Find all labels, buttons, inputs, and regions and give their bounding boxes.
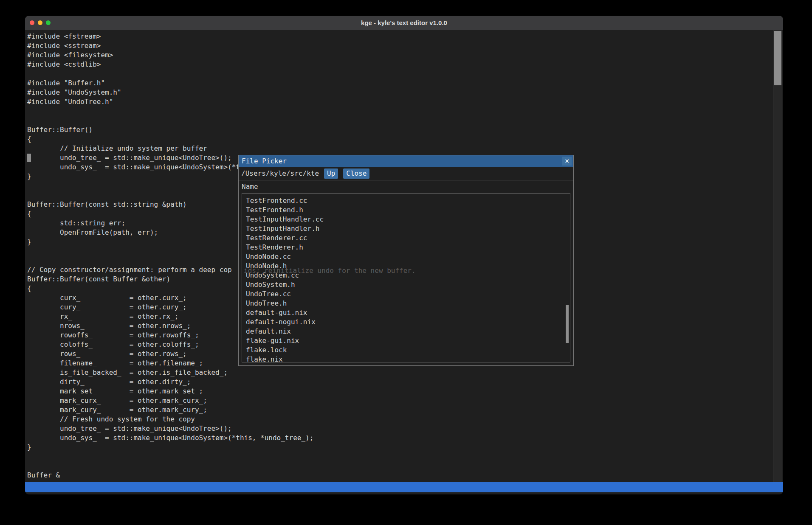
- desktop: kge - kyle's text editor v1.0.0 #include…: [0, 0, 812, 525]
- up-button[interactable]: Up: [324, 168, 338, 179]
- code-line: #include <fstream>: [27, 32, 770, 41]
- code-line: Buffer::Buffer(): [27, 125, 770, 135]
- zoom-window-button[interactable]: [46, 20, 51, 25]
- status-version-file: kge v1.0.0 [1/1] Buffer.cc 486L: [29, 492, 160, 494]
- file-row[interactable]: flake.nix: [246, 355, 570, 362]
- current-path: /Users/kyle/src/kte: [241, 169, 319, 177]
- file-row[interactable]: UndoSystem.h: [246, 280, 570, 289]
- close-button[interactable]: Close: [343, 168, 369, 179]
- minimize-window-button[interactable]: [38, 20, 42, 25]
- code-line: dirty_ = other.dirty_;: [27, 377, 770, 387]
- code-line: is_file_backed_ = other.is_file_backed_;: [27, 368, 770, 377]
- code-line: [27, 452, 770, 461]
- dialog-path-row: /Users/kyle/src/kte Up Close: [239, 167, 573, 180]
- window-title: kge - kyle's text editor v1.0.0: [25, 16, 783, 30]
- file-picker-dialog: File Picker × /Users/kyle/src/kte Up Clo…: [238, 155, 574, 366]
- code-line: [27, 461, 770, 471]
- close-window-button[interactable]: [30, 20, 34, 25]
- code-line: [27, 116, 770, 125]
- text-cursor: [27, 154, 31, 162]
- dialog-separator: [239, 180, 573, 180]
- file-row[interactable]: default-nogui.nix: [246, 317, 570, 327]
- dialog-close-icon[interactable]: ×: [562, 157, 572, 166]
- file-row[interactable]: TestFrontend.cc: [246, 196, 570, 205]
- code-line: Buffer &: [27, 471, 770, 480]
- editor-scrollbar[interactable]: [773, 30, 782, 482]
- code-line: mark_cury_ = other.mark_cury_;: [27, 405, 770, 415]
- file-list: TestFrontend.ccTestFrontend.hTestInputHa…: [242, 193, 570, 362]
- file-row[interactable]: TestInputHandler.h: [246, 224, 570, 233]
- file-row[interactable]: UndoSystem.cc: [246, 271, 570, 280]
- file-row[interactable]: TestRenderer.h: [246, 243, 570, 252]
- code-line: #include "UndoSystem.h": [27, 88, 770, 97]
- code-line: #include <filesystem>: [27, 51, 770, 60]
- code-line: mark_curx_ = other.mark_curx_;: [27, 396, 770, 405]
- file-row[interactable]: TestInputHandler.cc: [246, 215, 570, 224]
- file-row[interactable]: TestRenderer.cc: [246, 233, 570, 243]
- window-titlebar[interactable]: kge - kyle's text editor v1.0.0: [25, 16, 783, 30]
- status-bar: kge v1.0.0 [1/1] Buffer.cc 486L Open Fil…: [25, 482, 783, 492]
- file-row[interactable]: flake.lock: [246, 345, 570, 355]
- column-header-name: Name: [242, 182, 258, 191]
- code-line: [27, 107, 770, 116]
- code-line: undo_sys_ = std::make_unique<UndoSystem>…: [27, 433, 770, 443]
- file-row[interactable]: UndoNode.h: [246, 261, 570, 271]
- file-row[interactable]: UndoNode.cc: [246, 252, 570, 261]
- code-line: // Fresh undo system for the copy: [27, 415, 770, 424]
- file-row[interactable]: TestFrontend.h: [246, 205, 570, 215]
- code-line: {: [27, 135, 770, 144]
- code-line: #include <sstream>: [27, 41, 770, 51]
- code-line: // Initialize undo system per buffer: [27, 144, 770, 153]
- code-line: [27, 69, 770, 79]
- file-row[interactable]: flake-gui.nix: [246, 336, 570, 345]
- code-line: #include <cstdlib>: [27, 60, 770, 69]
- file-row[interactable]: default-gui.nix: [246, 308, 570, 317]
- editor-scrollbar-thumb[interactable]: [774, 31, 781, 85]
- code-line: mark_set_ = other.mark_set_;: [27, 387, 770, 396]
- dialog-title: File Picker: [239, 157, 287, 165]
- code-line: }: [27, 443, 770, 452]
- dialog-titlebar[interactable]: File Picker ×: [239, 155, 573, 167]
- file-row[interactable]: UndoTree.cc: [246, 289, 570, 299]
- code-line: undo_tree_ = std::make_unique<UndoTree>(…: [27, 424, 770, 433]
- file-list-scrollbar-thumb[interactable]: [566, 305, 569, 343]
- code-line: #include "UndoTree.h": [27, 97, 770, 107]
- code-line: #include "Buffer.h": [27, 79, 770, 88]
- file-row[interactable]: default.nix: [246, 327, 570, 336]
- file-row[interactable]: UndoTree.h: [246, 299, 570, 308]
